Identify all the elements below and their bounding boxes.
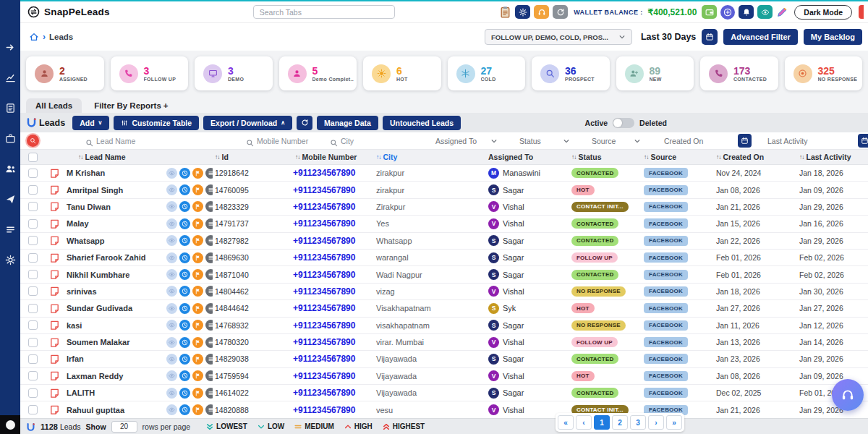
lead-phone[interactable]: +911234567890 <box>265 250 367 265</box>
lead-name[interactable]: Malay <box>64 216 166 231</box>
row-checkbox[interactable] <box>28 270 38 279</box>
source-filter-dropdown[interactable]: Source <box>582 132 652 149</box>
support-button[interactable] <box>534 5 549 19</box>
note-icon[interactable] <box>49 303 60 314</box>
table-row[interactable]: Tanu Diwan14823329+911234567890ZirakpurV… <box>20 199 868 216</box>
history-icon[interactable] <box>179 388 190 399</box>
history-icon[interactable] <box>179 201 190 212</box>
wallet-button[interactable] <box>702 5 717 19</box>
table-row[interactable]: Soumen Malakar14780320+911234567890virar… <box>20 334 868 351</box>
more-actions-icon[interactable] <box>205 354 213 365</box>
history-icon[interactable] <box>179 354 190 365</box>
table-row[interactable]: Malay14791737+911234567890YesVVishalCONT… <box>20 216 868 232</box>
flag-icon[interactable] <box>192 337 203 348</box>
table-row[interactable]: Amritpal Singh14760095+911234567890zirak… <box>20 182 868 198</box>
lead-phone[interactable]: +911234567890 <box>265 318 367 333</box>
lead-phone[interactable]: +911234567890 <box>265 300 367 316</box>
lead-name[interactable]: Amritpal Singh <box>64 182 166 197</box>
lead-name[interactable]: kasi <box>64 318 166 333</box>
visibility-button[interactable] <box>757 5 773 19</box>
page-button-1[interactable]: 1 <box>594 415 610 430</box>
row-checkbox[interactable] <box>28 388 38 398</box>
expand-icon[interactable] <box>5 42 16 53</box>
more-actions-icon[interactable] <box>205 269 213 280</box>
lead-name-filter-input[interactable] <box>96 137 213 145</box>
lead-phone[interactable]: +911234567890 <box>265 233 367 249</box>
row-checkbox[interactable] <box>28 304 38 313</box>
page-nav-button[interactable]: › <box>648 415 664 430</box>
export-download-button[interactable]: Export / Download∧ <box>203 116 292 130</box>
lead-name[interactable]: Rahuul gupttaa <box>64 401 166 417</box>
note-icon[interactable] <box>49 370 60 381</box>
note-icon[interactable] <box>49 235 60 246</box>
business-icon[interactable] <box>5 133 16 144</box>
table-row[interactable]: LALITH14614022+911234567890VijayawadaSSa… <box>20 385 868 401</box>
table-row[interactable]: Whatsapp14827982+911234567890WhatsappSSa… <box>20 233 868 250</box>
flag-icon[interactable] <box>192 269 203 280</box>
lead-name[interactable]: Irfan <box>64 351 166 367</box>
more-actions-icon[interactable] <box>205 404 213 415</box>
more-actions-icon[interactable] <box>205 235 213 246</box>
note-icon[interactable] <box>49 201 60 212</box>
row-checkbox[interactable] <box>28 338 38 347</box>
support-fab[interactable] <box>832 379 864 411</box>
dark-mode-toggle[interactable]: Dark Mode <box>794 5 852 20</box>
untouched-leads-button[interactable]: Untouched Leads <box>383 116 461 130</box>
home-icon[interactable] <box>29 32 39 42</box>
edge-red-button[interactable] <box>859 5 864 19</box>
advanced-filter-button[interactable]: Advanced Filter <box>723 29 798 45</box>
row-checkbox[interactable] <box>28 219 38 229</box>
note-icon[interactable] <box>49 252 60 263</box>
view-lead-icon[interactable] <box>166 320 177 331</box>
more-actions-icon[interactable] <box>205 286 213 297</box>
created-on-filter[interactable]: Created On <box>652 132 754 149</box>
flag-icon[interactable] <box>192 184 203 195</box>
flag-icon[interactable] <box>192 286 203 297</box>
my-backlog-button[interactable]: My Backlog <box>804 29 862 45</box>
history-icon[interactable] <box>179 218 190 229</box>
last-activity-calendar-button[interactable] <box>858 134 868 148</box>
status-filter-column-dropdown[interactable]: Status <box>509 132 582 149</box>
view-lead-icon[interactable] <box>166 286 177 297</box>
view-lead-icon[interactable] <box>166 184 177 195</box>
lead-phone[interactable]: +911234567890 <box>265 368 367 384</box>
page-nav-button[interactable]: » <box>666 415 682 430</box>
lead-phone[interactable]: +911234567890 <box>265 334 367 350</box>
note-icon[interactable] <box>49 337 60 348</box>
lead-phone[interactable]: +911234567890 <box>265 284 367 299</box>
lead-name[interactable]: Sharief Farook Zahid <box>64 250 166 265</box>
more-actions-icon[interactable] <box>205 388 213 399</box>
page-button-3[interactable]: 3 <box>630 415 646 430</box>
note-icon[interactable] <box>49 184 60 195</box>
history-icon[interactable] <box>179 404 190 415</box>
refresh-table-button[interactable] <box>297 116 312 130</box>
page-nav-button[interactable]: « <box>558 415 574 430</box>
global-search-icon[interactable] <box>27 135 39 147</box>
column-header-city[interactable]: ↑↓City <box>367 150 477 164</box>
table-row[interactable]: kasi14768932+911234567890visakhapatnamSS… <box>20 318 868 334</box>
history-icon[interactable] <box>179 235 190 246</box>
flag-icon[interactable] <box>192 168 203 179</box>
mobile-number-filter-input[interactable] <box>257 137 315 145</box>
stat-card-contacted[interactable]: 173CONTACTED <box>700 56 778 90</box>
view-lead-icon[interactable] <box>166 201 177 212</box>
history-icon[interactable] <box>179 320 190 331</box>
notifications-button[interactable] <box>739 5 754 19</box>
row-checkbox[interactable] <box>28 185 38 195</box>
stat-card-new[interactable]: 89NEW <box>616 56 694 90</box>
menu-icon[interactable] <box>5 224 16 235</box>
view-lead-icon[interactable] <box>166 354 177 365</box>
note-icon[interactable] <box>49 286 60 297</box>
note-icon[interactable] <box>49 354 60 365</box>
history-icon[interactable] <box>179 370 190 381</box>
history-icon[interactable] <box>179 337 190 348</box>
lead-phone[interactable]: +911234567890 <box>265 401 367 417</box>
more-actions-icon[interactable] <box>205 218 213 229</box>
lead-name[interactable]: Sundar Gudivada <box>64 300 166 316</box>
assigned-to-filter-dropdown[interactable]: Assigned To <box>425 132 509 149</box>
stat-card-assigned[interactable]: 2ASSIGNED <box>26 56 104 90</box>
status-filter-dropdown[interactable]: FOLLOW UP, DEMO, COLD, PROS... <box>485 29 632 45</box>
pen-icon[interactable] <box>776 6 788 18</box>
flag-icon[interactable] <box>192 235 203 246</box>
settings-icon[interactable] <box>5 255 16 265</box>
